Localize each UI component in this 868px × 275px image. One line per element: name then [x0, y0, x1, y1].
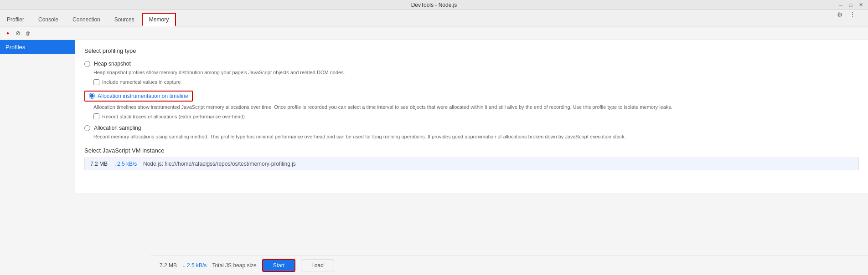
vm-rate: ↓2.5 kB/s — [114, 161, 140, 167]
content-area: Select profiling type Heap snapshot Heap… — [75, 40, 868, 193]
tab-profiler[interactable]: Profiler — [0, 12, 31, 26]
load-button[interactable]: Load — [301, 260, 334, 271]
gear-icon: ⚙ — [837, 11, 843, 18]
bottom-rate-arrow: ↓ — [182, 262, 185, 269]
allocation-sampling-radio[interactable] — [84, 125, 90, 131]
clear-button[interactable]: 🗑 — [24, 29, 32, 37]
tab-bar: Profiler Console Connection Sources Memo… — [0, 10, 868, 26]
allocation-sampling-header: Allocation sampling — [84, 125, 859, 131]
stop-button[interactable]: ⊘ — [14, 29, 22, 37]
settings-button[interactable]: ⚙ — [835, 10, 844, 19]
heap-snapshot-label[interactable]: Heap snapshot — [94, 61, 131, 67]
close-button[interactable]: ✕ — [857, 1, 864, 9]
minimize-button[interactable]: ─ — [837, 1, 844, 9]
vm-rate-value: ↓2.5 kB/s — [114, 161, 137, 167]
record-stack-traces-option: Record stack traces of allocations (extr… — [93, 113, 859, 119]
main-layout: Profiles Select profiling type Heap snap… — [0, 40, 868, 275]
record-stack-traces-label[interactable]: Record stack traces of allocations (extr… — [102, 114, 245, 119]
heap-snapshot-header: Heap snapshot — [84, 61, 859, 67]
start-button[interactable]: Start — [262, 259, 295, 272]
allocation-timeline-option: Allocation instrumentation on timeline A… — [84, 91, 859, 120]
allocation-sampling-label[interactable]: Allocation sampling — [94, 125, 141, 131]
allocation-timeline-selected-box: Allocation instrumentation on timeline — [84, 91, 193, 102]
allocation-timeline-radio[interactable] — [89, 93, 95, 99]
bottom-rate-value: 2.5 kB/s — [187, 262, 207, 269]
profiling-type-title: Select profiling type — [84, 47, 859, 54]
bottom-bar: 7.2 MB ↓ 2.5 kB/s Total JS heap size Sta… — [150, 255, 868, 275]
tab-sources[interactable]: Sources — [108, 12, 141, 26]
allocation-sampling-desc: Record memory allocations using sampling… — [93, 133, 859, 141]
title-bar: DevTools - Node.js ─ □ ✕ — [0, 0, 868, 10]
bottom-size: 7.2 MB — [160, 262, 177, 269]
tab-console[interactable]: Console — [31, 12, 65, 26]
include-numerical-checkbox[interactable] — [93, 79, 99, 85]
heap-snapshot-option: Heap snapshot Heap snapshot profiles sho… — [84, 61, 859, 85]
bottom-size-value: 7.2 MB — [160, 262, 177, 269]
sidebar-item-profiles[interactable]: Profiles — [0, 40, 75, 54]
tab-memory[interactable]: Memory — [142, 13, 176, 26]
allocation-timeline-desc: Allocation timelines show instrumented J… — [93, 103, 859, 111]
heap-size-label: Total JS heap size — [212, 262, 256, 269]
vm-name: Node.js: file:///home/rafaelgss/repos/os… — [143, 161, 296, 167]
include-numerical-label[interactable]: Include numerical values in capture — [102, 79, 181, 85]
record-stack-traces-checkbox[interactable] — [93, 113, 99, 119]
allocation-sampling-option: Allocation sampling Record memory alloca… — [84, 125, 859, 141]
window-controls: ─ □ ✕ — [837, 1, 864, 9]
content-wrapper: Select profiling type Heap snapshot Heap… — [75, 40, 868, 275]
toolbar: ● ⊘ 🗑 — [0, 26, 868, 40]
more-icon: ⋮ — [849, 11, 856, 18]
include-numerical-option: Include numerical values in capture — [93, 79, 859, 85]
vm-section-title: Select JavaScript VM instance — [84, 147, 859, 154]
vm-size: 7.2 MB — [90, 161, 111, 167]
bottom-rate: ↓ 2.5 kB/s — [182, 262, 207, 269]
restore-button[interactable]: □ — [847, 1, 854, 9]
trash-icon: 🗑 — [26, 31, 31, 36]
allocation-timeline-label[interactable]: Allocation instrumentation on timeline — [98, 93, 188, 99]
heap-snapshot-radio[interactable] — [84, 61, 90, 67]
stop-icon: ⊘ — [16, 30, 21, 36]
record-icon: ● — [6, 31, 9, 36]
sidebar: Profiles — [0, 40, 75, 275]
tab-connection[interactable]: Connection — [66, 12, 107, 26]
more-options-button[interactable]: ⋮ — [848, 10, 857, 19]
window-title: DevTools - Node.js — [411, 2, 457, 8]
vm-instance-item[interactable]: 7.2 MB ↓2.5 kB/s Node.js: file:///home/r… — [85, 158, 858, 170]
vm-list: 7.2 MB ↓2.5 kB/s Node.js: file:///home/r… — [84, 158, 859, 170]
record-button[interactable]: ● — [4, 29, 12, 37]
heap-snapshot-desc: Heap snapshot profiles show memory distr… — [93, 69, 859, 76]
top-right-controls: ⚙ ⋮ — [835, 10, 857, 19]
